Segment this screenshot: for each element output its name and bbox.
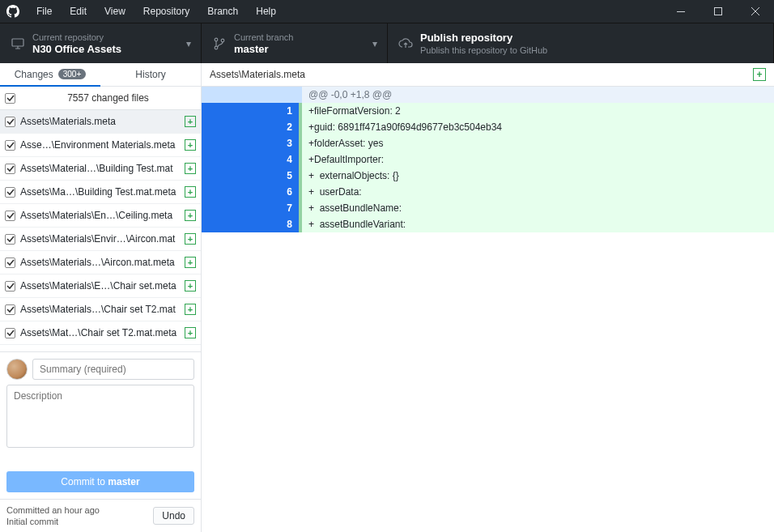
changed-files-count: 7557 changed files	[15, 92, 201, 104]
minimize-button[interactable]	[662, 0, 700, 23]
file-checkbox[interactable]	[5, 328, 15, 338]
diff-line: 4+DefaultImporter:	[202, 151, 774, 168]
commit-form: Commit to master	[0, 351, 201, 499]
added-icon: +	[185, 304, 196, 315]
avatar	[6, 359, 28, 380]
file-checkbox[interactable]	[5, 281, 15, 292]
commit-summary-input[interactable]	[32, 359, 194, 380]
diff-line: 3+folderAsset: yes	[202, 135, 774, 151]
file-path: Assets\Mat…\Chair set T2.mat.meta	[20, 327, 185, 338]
file-path: Assets\Ma…\Building Test.mat.meta	[20, 186, 185, 198]
current-repository-selector[interactable]: Current repository N30 Office Assets ▾	[0, 23, 202, 63]
tab-history-label: History	[135, 69, 165, 80]
file-path: Asse…\Environment Materials.meta	[20, 139, 185, 151]
file-row[interactable]: Assets\Materials.meta+	[0, 110, 201, 134]
added-icon: +	[185, 116, 196, 127]
added-icon: +	[185, 139, 196, 151]
menu-file[interactable]: File	[28, 0, 61, 23]
undo-area: Committed an hour ago Initial commit Und…	[0, 499, 201, 532]
publish-repository-button[interactable]: Publish repository Publish this reposito…	[388, 23, 774, 63]
file-row[interactable]: Assets\Ma…\Building Test.mat.meta+	[0, 181, 201, 204]
file-row[interactable]: Assets\Mat…\Chair set T2.mat.meta+	[0, 321, 201, 345]
file-row[interactable]: Assets\Materials\Envir…\Aircon.mat+	[0, 228, 201, 251]
file-row[interactable]: Assets\Materials…\Chair set T2.mat+	[0, 298, 201, 321]
branch-label: Current branch	[234, 32, 293, 43]
monitor-icon	[10, 38, 26, 49]
file-checkbox[interactable]	[5, 234, 15, 245]
file-checkbox[interactable]	[5, 140, 15, 151]
tab-changes[interactable]: Changes 300+	[0, 63, 100, 87]
diff-body[interactable]: @@ -0,0 +1,8 @@1+fileFormatVersion: 22+g…	[202, 87, 774, 532]
repo-name: N30 Office Assets	[32, 43, 121, 56]
file-checkbox[interactable]	[5, 211, 15, 221]
branch-name: master	[234, 43, 293, 56]
current-branch-selector[interactable]: Current branch master ▾	[202, 23, 388, 63]
diff-line: 5+ externalObjects: {}	[202, 168, 774, 184]
publish-title: Publish repository	[420, 32, 547, 45]
commit-description-input[interactable]	[6, 385, 194, 448]
github-logo-icon	[6, 5, 19, 18]
file-row[interactable]: Assets\Materials\E…\Chair set.meta+	[0, 275, 201, 298]
window-controls	[662, 0, 774, 23]
file-path: Assets\Materials…\Aircon.mat.meta	[20, 257, 185, 268]
menu-bar: File Edit View Repository Branch Help	[28, 0, 285, 23]
diff-line: 7+ assetBundleName:	[202, 200, 774, 216]
filelist[interactable]: Assets\Materials.meta+Asse…\Environment …	[0, 110, 201, 351]
sidebar: Changes 300+ History 7557 changed files …	[0, 63, 202, 532]
svg-rect-2	[12, 39, 23, 46]
file-row[interactable]: Asse…\Environment Materials.meta+	[0, 134, 201, 157]
git-branch-icon	[211, 37, 228, 50]
diff-pane: Assets\Materials.meta + @@ -0,0 +1,8 @@1…	[202, 63, 774, 532]
added-icon: +	[185, 233, 196, 245]
added-icon: +	[185, 257, 196, 268]
expand-diff-icon[interactable]: +	[753, 68, 766, 81]
tab-history[interactable]: History	[100, 63, 201, 86]
diff-line: 8+ assetBundleVariant:	[202, 216, 774, 232]
file-checkbox[interactable]	[5, 117, 15, 127]
file-checkbox[interactable]	[5, 257, 15, 268]
menu-branch[interactable]: Branch	[198, 0, 247, 23]
menu-view[interactable]: View	[96, 0, 134, 23]
file-path: Assets\Materials…\Chair set T2.mat	[20, 304, 185, 315]
svg-point-4	[215, 46, 218, 49]
svg-rect-0	[677, 11, 685, 12]
added-icon: +	[185, 327, 196, 338]
toolbar: Current repository N30 Office Assets ▾ C…	[0, 23, 774, 63]
file-row[interactable]: Assets\Materials…\Aircon.mat.meta+	[0, 251, 201, 275]
file-path: Assets\Materials\Envir…\Aircon.mat	[20, 233, 185, 245]
svg-rect-1	[715, 8, 722, 15]
maximize-button[interactable]	[700, 0, 737, 23]
close-button[interactable]	[737, 0, 774, 23]
file-checkbox[interactable]	[5, 187, 15, 198]
titlebar: File Edit View Repository Branch Help	[0, 0, 774, 23]
file-row[interactable]: Assets\Material…\Building Test.mat+	[0, 157, 201, 181]
filelist-header: 7557 changed files	[0, 87, 201, 110]
commit-button[interactable]: Commit to master	[6, 471, 194, 492]
diff-line: 1+fileFormatVersion: 2	[202, 103, 774, 119]
added-icon: +	[185, 280, 196, 292]
menu-help[interactable]: Help	[247, 0, 285, 23]
added-icon: +	[185, 210, 196, 221]
diff-line: 6+ userData:	[202, 184, 774, 200]
select-all-checkbox[interactable]	[5, 93, 15, 104]
svg-point-5	[221, 39, 224, 42]
last-commit-info: Committed an hour ago Initial commit	[6, 504, 153, 527]
chevron-down-icon: ▾	[186, 38, 191, 49]
tab-changes-label: Changes	[15, 69, 53, 80]
file-path: Assets\Materials\En…\Ceiling.meta	[20, 210, 185, 221]
publish-subtitle: Publish this repository to GitHub	[420, 45, 547, 56]
file-checkbox[interactable]	[5, 164, 15, 174]
diff-header: Assets\Materials.meta +	[202, 63, 774, 87]
changes-count-badge: 300+	[58, 69, 87, 79]
file-row[interactable]: Assets\Materials\En…\Ceiling.meta+	[0, 204, 201, 228]
menu-repository[interactable]: Repository	[134, 0, 198, 23]
undo-button[interactable]: Undo	[153, 507, 194, 525]
sidebar-tabs: Changes 300+ History	[0, 63, 201, 87]
chevron-down-icon: ▾	[372, 38, 377, 49]
cloud-upload-icon	[398, 38, 414, 49]
menu-edit[interactable]: Edit	[61, 0, 96, 23]
file-path: Assets\Materials.meta	[20, 116, 185, 127]
file-path: Assets\Materials\E…\Chair set.meta	[20, 280, 185, 292]
file-checkbox[interactable]	[5, 304, 15, 315]
diff-hunk-header: @@ -0,0 +1,8 @@	[202, 87, 774, 103]
